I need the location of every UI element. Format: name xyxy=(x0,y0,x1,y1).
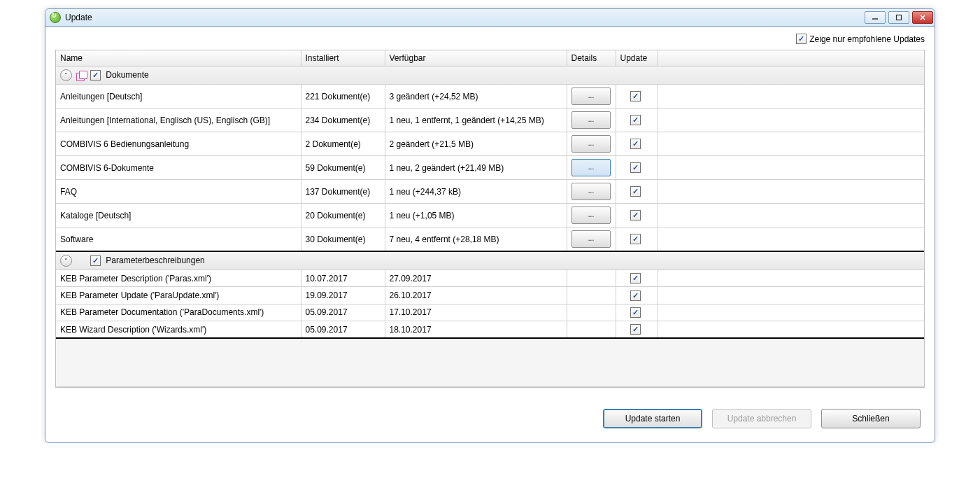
col-details[interactable]: Details xyxy=(567,50,616,66)
cell-update xyxy=(616,156,658,180)
group-row: ˄ Parameterbeschreibungen xyxy=(56,251,924,270)
collapse-icon[interactable]: ˄ xyxy=(60,255,72,267)
cell-installed: 20 Dokument(e) xyxy=(301,204,385,227)
recommended-only-label[interactable]: Zeige nur empfohlene Updates xyxy=(796,34,925,44)
maximize-button[interactable] xyxy=(888,11,909,24)
close-dialog-button[interactable]: Schließen xyxy=(821,409,921,428)
cell-installed: 2 Dokument(e) xyxy=(301,132,385,156)
cell-name: Anleitungen [International, Englisch (US… xyxy=(56,108,301,132)
cell-available: 1 neu (+244,37 kB) xyxy=(385,180,567,204)
dialog-content: Zeige nur empfohlene Updates Name Instal… xyxy=(45,27,935,442)
cell-installed: 19.09.2017 xyxy=(301,287,385,304)
cell-name: KEB Wizard Description ('Wizards.xml') xyxy=(56,321,301,338)
details-button[interactable]: ... xyxy=(571,206,611,224)
cell-details xyxy=(567,304,616,321)
col-name[interactable]: Name xyxy=(56,50,301,66)
cell-available: 7 neu, 4 entfernt (+28,18 MB) xyxy=(385,227,567,252)
start-update-button[interactable]: Update starten xyxy=(603,409,702,428)
update-checkbox[interactable] xyxy=(630,290,641,301)
cell-available: 1 neu, 2 geändert (+21,49 MB) xyxy=(385,156,567,180)
cell-installed: 30 Dokument(e) xyxy=(301,227,385,252)
window-title: Update xyxy=(65,13,865,22)
update-dialog: Update Zeige nur empfohlene Updates xyxy=(45,8,935,443)
update-checkbox[interactable] xyxy=(630,324,641,335)
cell-empty xyxy=(658,156,924,180)
details-button[interactable]: ... xyxy=(571,183,611,200)
update-checkbox[interactable] xyxy=(630,273,641,284)
update-checkbox[interactable] xyxy=(630,307,641,318)
window-buttons xyxy=(865,11,933,24)
recommended-only-checkbox[interactable] xyxy=(796,34,807,44)
cell-available: 1 neu, 1 entfernt, 1 geändert (+14,25 MB… xyxy=(385,108,567,132)
cell-empty xyxy=(658,204,924,227)
update-icon xyxy=(50,12,61,23)
details-button[interactable]: ... xyxy=(571,111,611,129)
table-row: KEB Parameter Update ('ParaUpdate.xml')1… xyxy=(56,287,924,304)
details-button[interactable]: ... xyxy=(571,159,611,176)
cell-available: 1 neu (+1,05 MB) xyxy=(385,204,567,227)
close-button[interactable] xyxy=(912,11,933,24)
cell-installed: 05.09.2017 xyxy=(301,304,385,321)
update-checkbox[interactable] xyxy=(630,139,641,149)
table-row: Software30 Dokument(e)7 neu, 4 entfernt … xyxy=(56,227,924,252)
cell-installed: 05.09.2017 xyxy=(301,321,385,338)
details-button[interactable]: ... xyxy=(571,88,611,105)
cell-empty xyxy=(658,108,924,132)
minimize-button[interactable] xyxy=(865,11,886,24)
cell-details: ... xyxy=(567,227,616,252)
group-checkbox[interactable] xyxy=(90,255,101,266)
table-row: Anleitungen [Deutsch]221 Dokument(e)3 ge… xyxy=(56,85,924,108)
cell-empty xyxy=(658,270,924,287)
cell-available: 2 geändert (+21,5 MB) xyxy=(385,132,567,156)
table-row: Anleitungen [International, Englisch (US… xyxy=(56,108,924,132)
cell-update xyxy=(616,85,658,108)
updates-table-wrap: Name Installiert Verfügbar Details Updat… xyxy=(55,50,925,388)
cell-update xyxy=(616,204,658,227)
col-spacer xyxy=(658,50,924,66)
update-checkbox[interactable] xyxy=(630,115,641,125)
cell-name: COMBIVIS 6-Dokumente xyxy=(56,156,301,180)
update-checkbox[interactable] xyxy=(630,91,641,102)
cell-details: ... xyxy=(567,180,616,204)
cell-details xyxy=(567,270,616,287)
cell-update xyxy=(616,108,658,132)
group-row: ˄ Dokumente xyxy=(56,66,924,85)
cell-name: COMBIVIS 6 Bedienungsanleitung xyxy=(56,132,301,156)
update-checkbox[interactable] xyxy=(630,162,641,173)
group-label: Parameterbeschreibungen xyxy=(104,255,205,265)
details-button[interactable]: ... xyxy=(571,230,611,248)
cell-update xyxy=(616,227,658,252)
cell-empty xyxy=(658,85,924,108)
spacer-row xyxy=(56,338,924,387)
cell-details: ... xyxy=(567,132,616,156)
cell-empty xyxy=(658,180,924,204)
group-checkbox[interactable] xyxy=(90,70,101,80)
cell-empty xyxy=(658,287,924,304)
cell-available: 26.10.2017 xyxy=(385,287,567,304)
col-installed[interactable]: Installiert xyxy=(301,50,385,66)
col-update[interactable]: Update xyxy=(616,50,658,66)
filter-row: Zeige nur empfohlene Updates xyxy=(55,34,925,44)
cell-name: FAQ xyxy=(56,180,301,204)
cell-empty xyxy=(658,321,924,338)
cell-available: 17.10.2017 xyxy=(385,304,567,321)
table-header-row: Name Installiert Verfügbar Details Updat… xyxy=(56,50,924,66)
collapse-icon[interactable]: ˄ xyxy=(60,69,72,81)
cell-details: ... xyxy=(567,156,616,180)
cell-empty xyxy=(658,304,924,321)
update-checkbox[interactable] xyxy=(630,210,641,220)
cell-available: 18.10.2017 xyxy=(385,321,567,338)
update-checkbox[interactable] xyxy=(630,186,641,197)
cell-name: KEB Parameter Documentation ('ParaDocume… xyxy=(56,304,301,321)
col-available[interactable]: Verfügbar xyxy=(385,50,567,66)
documents-icon xyxy=(76,71,87,80)
details-button[interactable]: ... xyxy=(571,135,611,153)
table-row: COMBIVIS 6-Dokumente59 Dokument(e)1 neu,… xyxy=(56,156,924,180)
recommended-only-text: Zeige nur empfohlene Updates xyxy=(809,34,925,44)
table-row: COMBIVIS 6 Bedienungsanleitung2 Dokument… xyxy=(56,132,924,156)
table-row: Kataloge [Deutsch]20 Dokument(e)1 neu (+… xyxy=(56,204,924,227)
update-checkbox[interactable] xyxy=(630,234,641,244)
cell-installed: 10.07.2017 xyxy=(301,270,385,287)
cell-installed: 59 Dokument(e) xyxy=(301,156,385,180)
cell-installed: 137 Dokument(e) xyxy=(301,180,385,204)
